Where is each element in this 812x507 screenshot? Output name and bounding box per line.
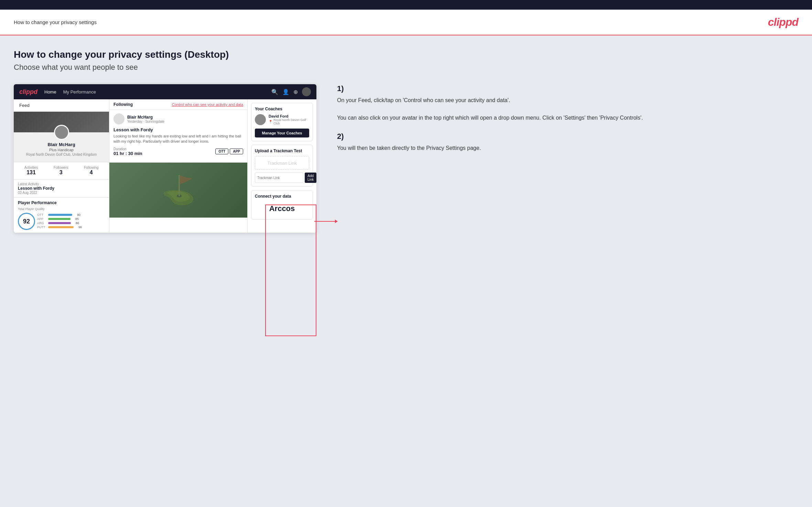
trackman-input-row: Add Link xyxy=(255,173,309,183)
activity-user-name: Blair McHarg xyxy=(127,115,164,120)
activity-title: Lesson with Fordy xyxy=(113,127,243,132)
right-panel: Your Coaches David Ford 📍 Royal North De… xyxy=(248,99,316,233)
coach-row: David Ford 📍 Royal North Devon Golf Club xyxy=(255,114,309,125)
putt-bar xyxy=(48,226,74,228)
main-content: How to change your privacy settings (Des… xyxy=(0,35,812,501)
tag-app: APP xyxy=(230,148,243,154)
red-arrow xyxy=(314,220,338,223)
app-nav-logo: clippd xyxy=(19,88,37,96)
center-top: Following Control who can see your activ… xyxy=(109,99,247,110)
header-title: How to change your privacy settings xyxy=(14,19,97,25)
search-icon[interactable]: 🔍 xyxy=(271,89,278,95)
profile-name: Blair McHarg xyxy=(14,142,109,147)
latest-name: Lesson with Fordy xyxy=(18,186,105,191)
instruction-1-text: On your Feed, click/tap on 'Control who … xyxy=(337,96,798,122)
arccos-logo: Arccos xyxy=(255,201,309,216)
left-panel: Feed Blair McHarg Plus Handicap Royal No… xyxy=(14,99,109,233)
feed-tab[interactable]: Feed xyxy=(14,99,109,112)
coach-club: 📍 Royal North Devon Golf Club xyxy=(269,118,309,125)
stat-followers-value: 3 xyxy=(54,169,68,176)
metric-arg: ARG 86 xyxy=(37,221,105,225)
coaches-title: Your Coaches xyxy=(255,107,309,111)
player-performance: Player Performance Total Player Quality … xyxy=(14,198,109,233)
instructions: 1) On your Feed, click/tap on 'Control w… xyxy=(330,84,798,162)
top-bar xyxy=(0,0,812,10)
screenshot-wrapper: clippd Home My Performance 🔍 👤 ⊕ Feed xyxy=(14,84,316,233)
trackman-section: Upload a Trackman Test Trackman Link Add… xyxy=(251,145,313,187)
stat-following-value: 4 xyxy=(84,169,98,176)
duration-info: Duration 01 hr : 30 min xyxy=(113,147,142,156)
metric-ott: OTT 90 xyxy=(37,213,105,217)
profile-stats: Activities 131 Followers 3 Following 4 xyxy=(14,162,109,179)
metric-app: APP 85 xyxy=(37,217,105,221)
nav-avatar[interactable] xyxy=(302,87,311,96)
profile-handicap: Plus Handicap xyxy=(14,148,109,152)
activity-card: Blair McHarg Yesterday · Sunningdale Les… xyxy=(109,110,247,163)
arrow-line xyxy=(314,221,335,222)
perf-title: Player Performance xyxy=(18,200,105,205)
ott-value: 90 xyxy=(74,213,80,217)
instruction-2: 2) You will then be taken directly to th… xyxy=(337,132,798,153)
duration-row: Duration 01 hr : 30 min OTT APP xyxy=(113,147,243,156)
latest-date: 03 Aug 2022 xyxy=(18,191,105,195)
trackman-input[interactable] xyxy=(255,173,303,183)
trackman-placeholder: Trackman Link xyxy=(255,156,309,170)
metric-putt: PUTT 96 xyxy=(37,225,105,229)
trackman-placeholder-text: Trackman Link xyxy=(268,161,297,166)
stat-followers-label: Followers xyxy=(54,166,68,169)
ott-label: OTT xyxy=(37,213,47,217)
stat-activities-label: Activities xyxy=(24,166,38,169)
coach-avatar xyxy=(255,114,266,125)
app-bar xyxy=(48,218,71,220)
latest-label: Latest Activity xyxy=(18,182,105,186)
person-icon[interactable]: 👤 xyxy=(282,89,289,95)
instruction-1-num: 1) xyxy=(337,84,798,93)
profile-banner xyxy=(14,112,109,132)
activity-user-info: Blair McHarg Yesterday · Sunningdale xyxy=(127,115,164,123)
add-link-button[interactable]: Add Link xyxy=(305,173,316,183)
activity-meta: Yesterday · Sunningdale xyxy=(127,120,164,123)
activity-tags: OTT APP xyxy=(215,148,243,154)
arg-bar xyxy=(48,222,71,224)
tag-ott: OTT xyxy=(215,148,228,154)
arg-label: ARG xyxy=(37,221,47,225)
activity-avatar xyxy=(113,113,124,124)
page-title: How to change your privacy settings (Des… xyxy=(14,49,798,60)
stat-following: Following 4 xyxy=(84,166,98,176)
duration-label: Duration xyxy=(113,147,142,151)
control-privacy-link[interactable]: Control who can see your activity and da… xyxy=(172,102,243,107)
quality-label: Total Player Quality xyxy=(18,207,105,211)
stat-following-label: Following xyxy=(84,166,98,169)
profile-section: Blair McHarg Plus Handicap Royal North D… xyxy=(14,112,109,162)
stat-activities: Activities 131 xyxy=(24,166,38,176)
following-button[interactable]: Following xyxy=(113,102,133,107)
coach-club-name: Royal North Devon Golf Club xyxy=(273,118,309,125)
instruction-1-para2: You can also click on your avatar in the… xyxy=(337,113,798,122)
arrow-head xyxy=(335,220,338,223)
activity-desc: Looking to feel like my hands are exitin… xyxy=(113,134,243,144)
clippd-logo: clippd xyxy=(768,16,798,29)
metrics: OTT 90 APP 85 xyxy=(37,213,105,230)
activity-header: Blair McHarg Yesterday · Sunningdale xyxy=(113,113,243,124)
nav-home: Home xyxy=(44,89,56,95)
page-subtitle: Choose what you want people to see xyxy=(14,63,798,72)
app-label: APP xyxy=(37,217,47,221)
content-area: clippd Home My Performance 🔍 👤 ⊕ Feed xyxy=(14,84,798,233)
ott-bar xyxy=(48,214,72,216)
connect-title: Connect your data xyxy=(255,194,309,199)
location-icon: 📍 xyxy=(269,120,272,123)
manage-coaches-button[interactable]: Manage Your Coaches xyxy=(255,129,309,137)
profile-avatar xyxy=(54,125,69,140)
nav-my-performance: My Performance xyxy=(63,89,96,95)
instruction-1-para1: On your Feed, click/tap on 'Control who … xyxy=(337,96,798,105)
header: How to change your privacy settings clip… xyxy=(0,10,812,35)
latest-activity: Latest Activity Lesson with Fordy 03 Aug… xyxy=(14,179,109,198)
activity-image: ⛳ xyxy=(109,163,247,218)
connect-section: Connect your data Arccos xyxy=(251,190,313,220)
app-nav: clippd Home My Performance 🔍 👤 ⊕ xyxy=(14,84,316,99)
duration-value: 01 hr : 30 min xyxy=(113,151,142,156)
stat-activities-value: 131 xyxy=(24,169,38,176)
footer: Copyright Clippd 2022 xyxy=(0,501,812,507)
app-body: Feed Blair McHarg Plus Handicap Royal No… xyxy=(14,99,316,233)
settings-icon[interactable]: ⊕ xyxy=(293,89,298,95)
